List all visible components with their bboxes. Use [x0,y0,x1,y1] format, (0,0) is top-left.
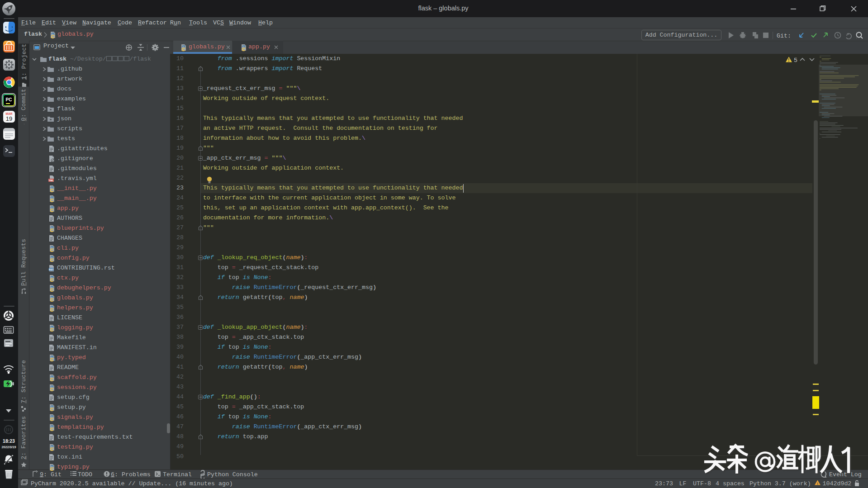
svg-text:UTF-8: UTF-8 [693,480,711,487]
svg-text:Python Console: Python Console [207,471,258,478]
svg-text:18:23: 18:23 [3,438,15,444]
svg-text:YML: YML [48,179,54,182]
svg-text:Terminal: Terminal [163,471,192,478]
svg-text:PyCharm 2020.2.5 available //: PyCharm 2020.2.5 available // Update... … [31,480,233,487]
svg-text:2022/3/19: 2022/3/19 [2,445,16,449]
svg-text:LF: LF [679,480,687,487]
svg-text:6: Problems: 6: Problems [111,471,151,478]
svg-text:9: Git: 9: Git [40,471,62,478]
svg-text:PC: PC [6,97,12,102]
svg-text:5: 5 [794,57,797,63]
svg-text:23:73: 23:73 [655,480,673,487]
svg-text:!: ! [817,482,818,486]
svg-text:19: 19 [6,115,12,122]
svg-text:Python 3.7 (work): Python 3.7 (work) [749,480,811,487]
svg-text:4 spaces: 4 spaces [716,480,745,487]
svg-text:Git:: Git: [777,33,791,39]
svg-text:?: ? [54,358,55,361]
svg-text:TODO: TODO [78,471,92,478]
svg-text:1042d9d2: 1042d9d2 [823,480,852,487]
svg-text:RST: RST [49,268,54,271]
svg-text:MAR: MAR [6,112,13,115]
